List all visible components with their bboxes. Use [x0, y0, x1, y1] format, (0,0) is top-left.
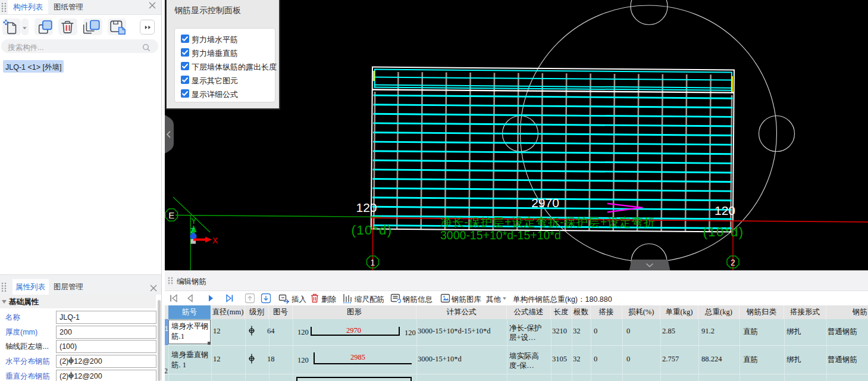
svg-text:(10*d): (10*d) — [703, 224, 744, 239]
svg-text:E: E — [168, 210, 174, 220]
svg-text:(10*d): (10*d) — [352, 223, 393, 238]
svg-text:净长-保护层+设定弯折-保护层+设定弯折: 净长-保护层+设定弯折-保护层+设定弯折 — [440, 216, 656, 229]
svg-text:1: 1 — [371, 258, 375, 267]
svg-text:Y: Y — [191, 216, 197, 226]
svg-text:120: 120 — [356, 201, 377, 214]
svg-text:120: 120 — [715, 204, 735, 217]
svg-text:2970: 2970 — [531, 196, 559, 210]
svg-text:2: 2 — [731, 258, 735, 267]
svg-text:X: X — [212, 236, 218, 245]
svg-text:3000-15+10*d-15+10*d: 3000-15+10*d-15+10*d — [440, 229, 561, 242]
